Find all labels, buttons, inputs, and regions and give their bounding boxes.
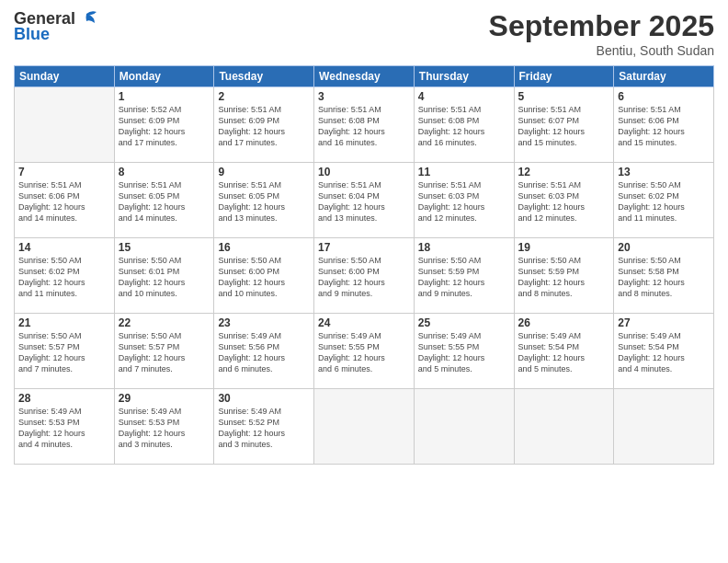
day-info: Sunrise: 5:51 AM Sunset: 6:04 PM Dayligh…: [318, 179, 410, 224]
day-info: Sunrise: 5:51 AM Sunset: 6:08 PM Dayligh…: [318, 104, 410, 149]
day-number: 15: [119, 241, 210, 254]
day-info: Sunrise: 5:49 AM Sunset: 5:56 PM Dayligh…: [218, 330, 310, 375]
calendar-week-3: 14Sunrise: 5:50 AM Sunset: 6:02 PM Dayli…: [15, 238, 714, 314]
calendar-cell: 19Sunrise: 5:50 AM Sunset: 5:59 PM Dayli…: [514, 238, 614, 314]
day-info: Sunrise: 5:49 AM Sunset: 5:52 PM Dayligh…: [218, 406, 310, 451]
logo-bird-icon: [76, 10, 97, 29]
calendar-cell: 10Sunrise: 5:51 AM Sunset: 6:04 PM Dayli…: [314, 163, 415, 238]
day-number: 24: [318, 316, 410, 329]
calendar-cell: 15Sunrise: 5:50 AM Sunset: 6:01 PM Dayli…: [114, 238, 214, 314]
day-number: 23: [218, 316, 310, 329]
calendar-cell: 9Sunrise: 5:51 AM Sunset: 6:05 PM Daylig…: [214, 163, 314, 238]
day-info: Sunrise: 5:49 AM Sunset: 5:54 PM Dayligh…: [618, 330, 710, 375]
day-info: Sunrise: 5:50 AM Sunset: 6:01 PM Dayligh…: [119, 255, 210, 300]
day-number: 25: [418, 316, 510, 329]
calendar-cell: 3Sunrise: 5:51 AM Sunset: 6:08 PM Daylig…: [314, 87, 415, 163]
day-number: 3: [318, 90, 410, 103]
calendar-cell: 5Sunrise: 5:51 AM Sunset: 6:07 PM Daylig…: [514, 87, 614, 163]
calendar-cell: 20Sunrise: 5:50 AM Sunset: 5:58 PM Dayli…: [614, 238, 714, 314]
col-header-sunday: Sunday: [15, 66, 115, 87]
calendar-cell: 26Sunrise: 5:49 AM Sunset: 5:54 PM Dayli…: [514, 314, 614, 389]
calendar-cell: 11Sunrise: 5:51 AM Sunset: 6:03 PM Dayli…: [414, 163, 514, 238]
day-info: Sunrise: 5:51 AM Sunset: 6:03 PM Dayligh…: [418, 179, 510, 224]
day-info: Sunrise: 5:50 AM Sunset: 5:59 PM Dayligh…: [518, 255, 610, 300]
calendar-cell: 22Sunrise: 5:50 AM Sunset: 5:57 PM Dayli…: [114, 314, 214, 389]
day-info: Sunrise: 5:50 AM Sunset: 6:02 PM Dayligh…: [618, 179, 710, 224]
day-info: Sunrise: 5:50 AM Sunset: 5:58 PM Dayligh…: [618, 255, 710, 300]
calendar-cell: [514, 389, 614, 465]
calendar-cell: 23Sunrise: 5:49 AM Sunset: 5:56 PM Dayli…: [214, 314, 314, 389]
day-number: 27: [618, 316, 710, 329]
calendar-cell: 27Sunrise: 5:49 AM Sunset: 5:54 PM Dayli…: [614, 314, 714, 389]
calendar-week-2: 7Sunrise: 5:51 AM Sunset: 6:06 PM Daylig…: [15, 163, 714, 238]
day-info: Sunrise: 5:50 AM Sunset: 6:00 PM Dayligh…: [318, 255, 410, 300]
day-number: 29: [119, 392, 210, 405]
calendar-cell: 17Sunrise: 5:50 AM Sunset: 6:00 PM Dayli…: [314, 238, 415, 314]
calendar-cell: 30Sunrise: 5:49 AM Sunset: 5:52 PM Dayli…: [214, 389, 314, 465]
day-info: Sunrise: 5:49 AM Sunset: 5:53 PM Dayligh…: [18, 406, 110, 451]
day-info: Sunrise: 5:52 AM Sunset: 6:09 PM Dayligh…: [119, 104, 210, 149]
col-header-thursday: Thursday: [414, 66, 514, 87]
day-number: 19: [518, 241, 610, 254]
calendar-cell: [314, 389, 415, 465]
day-info: Sunrise: 5:51 AM Sunset: 6:05 PM Dayligh…: [119, 179, 210, 224]
day-info: Sunrise: 5:50 AM Sunset: 6:00 PM Dayligh…: [218, 255, 310, 300]
calendar-cell: 25Sunrise: 5:49 AM Sunset: 5:55 PM Dayli…: [414, 314, 514, 389]
calendar-cell: 13Sunrise: 5:50 AM Sunset: 6:02 PM Dayli…: [614, 163, 714, 238]
day-info: Sunrise: 5:49 AM Sunset: 5:55 PM Dayligh…: [318, 330, 410, 375]
day-number: 8: [119, 166, 210, 178]
day-number: 7: [18, 166, 110, 178]
calendar-cell: [414, 389, 514, 465]
col-header-friday: Friday: [514, 66, 614, 87]
day-info: Sunrise: 5:51 AM Sunset: 6:08 PM Dayligh…: [418, 104, 510, 149]
day-number: 9: [218, 166, 310, 178]
calendar-cell: 28Sunrise: 5:49 AM Sunset: 5:53 PM Dayli…: [15, 389, 115, 465]
day-number: 21: [18, 316, 110, 329]
calendar-week-5: 28Sunrise: 5:49 AM Sunset: 5:53 PM Dayli…: [15, 389, 714, 465]
page: General Blue September 2025 Bentiu, Sout…: [0, 0, 728, 563]
day-number: 10: [318, 166, 410, 178]
calendar-cell: 18Sunrise: 5:50 AM Sunset: 5:59 PM Dayli…: [414, 238, 514, 314]
calendar-cell: 6Sunrise: 5:51 AM Sunset: 6:06 PM Daylig…: [614, 87, 714, 163]
calendar-cell: 8Sunrise: 5:51 AM Sunset: 6:05 PM Daylig…: [114, 163, 214, 238]
day-number: 18: [418, 241, 510, 254]
day-number: 12: [518, 166, 610, 178]
day-info: Sunrise: 5:49 AM Sunset: 5:55 PM Dayligh…: [418, 330, 510, 375]
calendar-cell: 2Sunrise: 5:51 AM Sunset: 6:09 PM Daylig…: [214, 87, 314, 163]
calendar-cell: 29Sunrise: 5:49 AM Sunset: 5:53 PM Dayli…: [114, 389, 214, 465]
day-info: Sunrise: 5:50 AM Sunset: 5:57 PM Dayligh…: [119, 330, 210, 375]
day-number: 17: [318, 241, 410, 254]
day-number: 4: [418, 90, 510, 103]
day-number: 16: [218, 241, 310, 254]
day-info: Sunrise: 5:49 AM Sunset: 5:54 PM Dayligh…: [518, 330, 610, 375]
calendar-cell: [614, 389, 714, 465]
col-header-wednesday: Wednesday: [314, 66, 415, 87]
col-header-tuesday: Tuesday: [214, 66, 314, 87]
location: Bentiu, South Sudan: [489, 43, 714, 58]
day-info: Sunrise: 5:51 AM Sunset: 6:03 PM Dayligh…: [518, 179, 610, 224]
day-number: 28: [18, 392, 110, 405]
calendar-table: SundayMondayTuesdayWednesdayThursdayFrid…: [14, 65, 714, 465]
calendar-header-row: SundayMondayTuesdayWednesdayThursdayFrid…: [15, 66, 714, 87]
calendar-cell: 16Sunrise: 5:50 AM Sunset: 6:00 PM Dayli…: [214, 238, 314, 314]
day-number: 11: [418, 166, 510, 178]
day-number: 20: [618, 241, 710, 254]
day-number: 1: [119, 90, 210, 103]
day-info: Sunrise: 5:50 AM Sunset: 6:02 PM Dayligh…: [18, 255, 110, 300]
month-title: September 2025: [489, 9, 714, 43]
calendar-cell: 7Sunrise: 5:51 AM Sunset: 6:06 PM Daylig…: [15, 163, 115, 238]
col-header-saturday: Saturday: [614, 66, 714, 87]
day-info: Sunrise: 5:51 AM Sunset: 6:09 PM Dayligh…: [218, 104, 310, 149]
day-info: Sunrise: 5:50 AM Sunset: 5:59 PM Dayligh…: [418, 255, 510, 300]
day-info: Sunrise: 5:51 AM Sunset: 6:07 PM Dayligh…: [518, 104, 610, 149]
calendar-cell: 4Sunrise: 5:51 AM Sunset: 6:08 PM Daylig…: [414, 87, 514, 163]
day-info: Sunrise: 5:51 AM Sunset: 6:05 PM Dayligh…: [218, 179, 310, 224]
calendar-cell: [15, 87, 115, 163]
day-number: 26: [518, 316, 610, 329]
col-header-monday: Monday: [114, 66, 214, 87]
day-number: 5: [518, 90, 610, 103]
calendar-cell: 1Sunrise: 5:52 AM Sunset: 6:09 PM Daylig…: [114, 87, 214, 163]
calendar-cell: 24Sunrise: 5:49 AM Sunset: 5:55 PM Dayli…: [314, 314, 415, 389]
day-number: 22: [119, 316, 210, 329]
day-number: 6: [618, 90, 710, 103]
